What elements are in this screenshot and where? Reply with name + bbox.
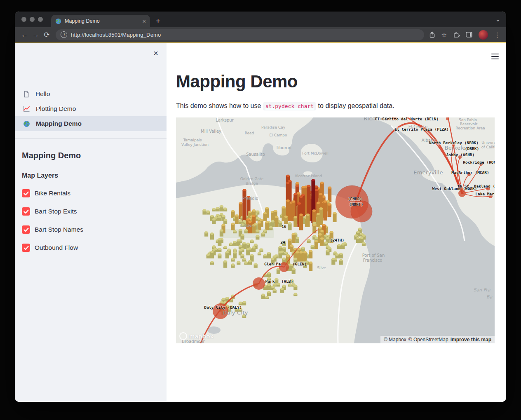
svg-text:Ba: Ba	[486, 294, 493, 300]
intro-suffix: to display geospatial data.	[316, 102, 394, 109]
mapbox-wordmark: mapbox	[189, 333, 214, 340]
sidebar-heading: Mapping Demo	[22, 151, 167, 160]
checkbox-bart-stop-exits[interactable]: Bart Stop Exits	[22, 207, 167, 216]
improve-map-link[interactable]: Improve this map	[451, 337, 491, 343]
main-content: Mapping Demo This demo shows how to use …	[167, 43, 506, 402]
intro-prefix: This demo shows how to use	[176, 102, 263, 109]
close-window-button[interactable]	[21, 17, 26, 22]
chart-icon	[23, 106, 30, 112]
back-icon[interactable]: ←	[19, 31, 30, 38]
checkbox-label: Bart Stop Names	[35, 226, 83, 233]
browser-tab[interactable]: Mapping Demo ×	[51, 15, 150, 27]
svg-text:Park: Park	[265, 279, 275, 284]
checkbox-checked-icon[interactable]	[22, 244, 30, 252]
side-panel-icon[interactable]	[466, 32, 472, 38]
checkbox-label: Outbound Flow	[35, 244, 78, 251]
osm-attribution-link[interactable]: © OpenStreetMap	[408, 337, 448, 343]
checkbox-checked-icon[interactable]	[22, 189, 30, 197]
svg-text:Reed: Reed	[245, 131, 254, 135]
forward-icon[interactable]: →	[30, 31, 41, 38]
reload-icon[interactable]: ⟳	[41, 31, 52, 38]
map-canvas: LarkspurParadise CayMill ValleyReedEl Ca…	[176, 117, 495, 343]
new-tab-icon[interactable]: +	[156, 17, 160, 25]
svg-text:Mill Valley: Mill Valley	[201, 129, 221, 134]
svg-text:Daly City: Daly City	[223, 310, 248, 316]
profile-avatar[interactable]	[479, 30, 488, 40]
intro-text: This demo shows how to use st.pydeck_cha…	[176, 102, 506, 110]
bookmark-star-icon[interactable]: ☆	[441, 32, 447, 38]
svg-text:Lake Merr: Lake Merr	[475, 192, 495, 196]
page-title: Mapping Demo	[176, 72, 506, 92]
checkbox-bart-stop-names[interactable]: Bart Stop Names	[22, 225, 167, 234]
svg-text:Bridge: Bridge	[246, 181, 258, 185]
url-text: http://localhost:8501/Mapping_Demo	[71, 32, 161, 38]
map-attribution: © Mapbox © OpenStreetMap Improve this ma…	[380, 336, 495, 343]
sidebar-divider	[15, 138, 167, 138]
tab-title: Mapping Demo	[65, 18, 139, 24]
svg-text:Tamalpais: Tamalpais	[183, 138, 202, 142]
svg-text:Port of San: Port of San	[362, 253, 385, 258]
streamlit-sidebar: × Hello Plotting Demo	[15, 43, 167, 402]
document-icon	[23, 91, 30, 98]
tab-bar: Mapping Demo × + ⌄	[15, 12, 506, 27]
svg-text:Larkspur: Larkspur	[216, 118, 234, 122]
svg-text:Reservoir: Reservoir	[460, 122, 478, 126]
sidebar-item-label: Mapping Demo	[36, 120, 82, 127]
pydeck-map[interactable]: LarkspurParadise CayMill ValleyReedEl Ca…	[176, 117, 495, 343]
globe-icon	[23, 120, 30, 127]
sidebar-item-mapping-demo[interactable]: Mapping Demo	[15, 116, 167, 131]
svg-text:El Cerrito del Norte (DELN): El Cerrito del Norte (DELN)	[375, 117, 439, 121]
checkbox-label: Bike Rentals	[35, 190, 70, 197]
mapbox-circle-icon	[179, 332, 187, 340]
sidebar-item-hello[interactable]: Hello	[15, 87, 167, 101]
map-layers-title: Map Layers	[22, 172, 167, 179]
sidebar-close-icon[interactable]: ×	[153, 49, 158, 57]
window-controls	[21, 17, 43, 22]
svg-text:San Pablo: San Pablo	[459, 118, 477, 122]
sidebar-item-label: Plotting Demo	[36, 105, 76, 113]
sidebar-item-plotting-demo[interactable]: Plotting Demo	[15, 101, 167, 116]
svg-text:North Berkeley (NBRK): North Berkeley (NBRK)	[429, 141, 479, 145]
svg-text:(MONT): (MONT)	[349, 202, 363, 206]
pydeck-chart-code-link[interactable]: st.pydeck_chart	[263, 102, 316, 110]
tab-close-icon[interactable]: ×	[142, 18, 146, 24]
svg-text:MacArthur (MCAR): MacArthur (MCAR)	[451, 170, 489, 175]
globe-favicon-icon	[55, 18, 61, 24]
share-icon[interactable]	[429, 31, 435, 38]
svg-text:Emeryville: Emeryville	[413, 169, 443, 176]
checkbox-bike-rentals[interactable]: Bike Rentals	[22, 189, 167, 197]
checkbox-outbound-flow[interactable]: Outbound Flow	[22, 244, 167, 252]
svg-text:Fort McDowell: Fort McDowell	[302, 151, 329, 155]
minimize-window-button[interactable]	[30, 17, 35, 22]
sidebar-item-label: Hello	[35, 90, 50, 98]
svg-text:Tiburon: Tiburon	[275, 145, 291, 150]
svg-text:Recreation Area: Recreation Area	[455, 126, 485, 130]
mapbox-logo[interactable]: mapbox	[179, 332, 214, 340]
svg-text:Alcatraz Island: Alcatraz Island	[295, 174, 322, 178]
tab-search-chevron-icon[interactable]: ⌄	[495, 16, 500, 23]
page-nav: Hello Plotting Demo	[15, 87, 167, 131]
svg-text:San Fra: San Fra	[474, 287, 490, 293]
address-bar[interactable]: i http://localhost:8501/Mapping_Demo	[56, 29, 424, 40]
svg-text:Daly City (DALY): Daly City (DALY)	[204, 305, 242, 310]
svg-text:Presidio: Presidio	[242, 196, 258, 201]
overflow-menu-icon[interactable]: ⋮	[494, 32, 500, 38]
svg-text:El Campo: El Campo	[270, 133, 287, 137]
svg-text:(EMBR): (EMBR)	[348, 197, 362, 201]
checkbox-checked-icon[interactable]	[22, 225, 30, 234]
svg-text:University: University	[481, 141, 495, 145]
toolbar-actions: ☆ ⋮	[427, 30, 502, 40]
svg-text:16: 16	[282, 224, 286, 229]
app-content: × Hello Plotting Demo	[15, 43, 506, 402]
svg-text:Silve: Silve	[317, 266, 326, 270]
svg-text:(24TH): (24TH)	[330, 238, 344, 242]
svg-text:th St. Oakland (19T: th St. Oakland (19T	[458, 184, 495, 188]
hamburger-menu-icon[interactable]	[491, 52, 499, 61]
svg-text:Sausalito: Sausalito	[246, 152, 265, 157]
extensions-icon[interactable]	[453, 31, 460, 38]
svg-text:Golden: Golden	[241, 223, 254, 228]
zoom-window-button[interactable]	[38, 17, 43, 22]
mapbox-attribution-link[interactable]: © Mapbox	[384, 337, 406, 343]
site-info-icon[interactable]: i	[61, 31, 67, 38]
checkbox-checked-icon[interactable]	[22, 207, 30, 216]
